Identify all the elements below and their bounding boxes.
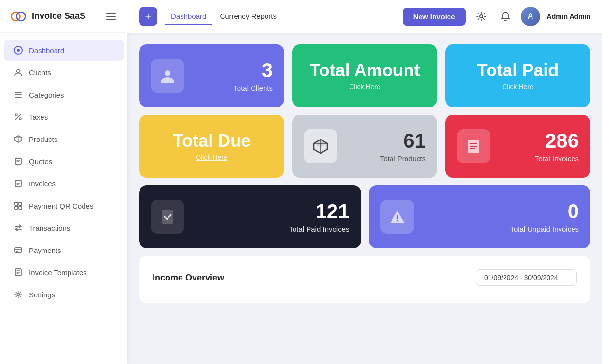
svg-rect-14 — [19, 202, 22, 205]
paid-invoices-number: 121 — [289, 200, 349, 223]
payments-icon — [14, 245, 23, 255]
card-products[interactable]: 61 Total Products — [292, 115, 437, 178]
svg-rect-24 — [162, 210, 173, 224]
total-amount-title: Total Amount — [304, 61, 426, 80]
topbar-nav: Dashboard Currency Reports — [165, 8, 282, 25]
svg-point-10 — [19, 118, 21, 120]
card-unpaid-invoices[interactable]: 0 Total Unpaid Invoices — [369, 185, 591, 248]
svg-rect-18 — [16, 251, 18, 252]
sidebar-item-taxes[interactable]: Taxes — [4, 106, 124, 127]
products-label: Total Products — [380, 154, 426, 163]
total-paid-title: Total Paid — [457, 61, 579, 80]
clients-card-icon — [151, 59, 184, 93]
svg-rect-16 — [19, 206, 22, 209]
topbar-right: New Invoice A Admin Admin — [403, 7, 590, 26]
svg-point-22 — [165, 70, 170, 76]
invoice-templates-icon — [14, 267, 23, 277]
paid-invoices-card-text: 121 Total Paid Invoices — [289, 200, 349, 233]
total-amount-text: Total Amount Click Here — [304, 61, 426, 91]
card-total-amount[interactable]: Total Amount Click Here — [292, 44, 437, 107]
sidebar-item-settings[interactable]: Settings — [4, 284, 124, 305]
topbar-nav-dashboard[interactable]: Dashboard — [165, 8, 212, 25]
transactions-icon — [14, 223, 23, 233]
income-overview-header: Income Overview — [153, 269, 577, 286]
svg-point-25 — [396, 220, 398, 222]
svg-point-20 — [17, 294, 20, 296]
sidebar-item-transactions[interactable]: Transactions — [4, 217, 124, 238]
sidebar-item-invoice-templates[interactable]: Invoice Templates — [4, 262, 124, 283]
logo-icon — [10, 8, 27, 25]
unpaid-invoices-card-icon — [380, 200, 414, 234]
clients-icon — [14, 68, 23, 77]
svg-rect-6 — [15, 94, 22, 95]
svg-rect-5 — [15, 92, 22, 93]
new-invoice-button[interactable]: New Invoice — [403, 8, 466, 26]
paid-invoices-card-icon — [151, 200, 184, 234]
taxes-icon — [14, 112, 23, 122]
total-invoices-label: Total Invoices — [535, 154, 579, 163]
sidebar-item-payment-qr[interactable]: Payment QR Codes — [4, 195, 124, 216]
avatar[interactable]: A — [521, 7, 540, 26]
main-area: + Dashboard Currency Reports New Invoice… — [127, 0, 602, 364]
unpaid-invoices-number: 0 — [510, 200, 579, 223]
cards-row-3: 121 Total Paid Invoices 0 Total Unpaid I… — [139, 185, 590, 248]
clients-label: Total Clients — [233, 84, 273, 92]
add-button[interactable]: + — [139, 7, 157, 26]
date-range-picker[interactable] — [476, 269, 577, 286]
dashboard-icon — [14, 45, 23, 55]
sidebar-item-dashboard[interactable]: Dashboard — [4, 40, 124, 61]
card-clients[interactable]: 3 Total Clients — [139, 44, 284, 107]
sidebar-item-products[interactable]: Products — [4, 128, 124, 150]
cards-row-2: Total Due Click Here 61 Total Products — [139, 115, 590, 178]
svg-rect-7 — [15, 97, 22, 98]
svg-rect-11 — [15, 158, 21, 164]
total-paid-text: Total Paid Click Here — [457, 61, 579, 91]
sidebar-item-categories[interactable]: Categories — [4, 84, 124, 105]
income-overview-title: Income Overview — [153, 273, 224, 283]
products-card-text: 61 Total Products — [380, 130, 426, 162]
svg-rect-13 — [15, 202, 18, 205]
payment-qr-icon — [14, 201, 23, 210]
topbar: + Dashboard Currency Reports New Invoice… — [127, 0, 602, 33]
income-overview-section: Income Overview — [139, 256, 590, 303]
svg-point-4 — [17, 70, 20, 73]
cards-row-1: 3 Total Clients Total Amount Click Here … — [139, 44, 590, 107]
total-due-link[interactable]: Click Here — [151, 154, 273, 161]
hamburger-button[interactable] — [104, 11, 118, 22]
card-paid-invoices[interactable]: 121 Total Paid Invoices — [139, 185, 361, 248]
app-title: Invoice SaaS — [32, 11, 85, 21]
total-due-text: Total Due Click Here — [151, 131, 273, 161]
products-icon — [14, 134, 23, 144]
quotes-icon — [14, 156, 23, 166]
unpaid-invoices-label: Total Unpaid Invoices — [510, 225, 579, 233]
card-total-paid[interactable]: Total Paid Click Here — [445, 44, 590, 107]
settings-icon — [14, 290, 23, 299]
sidebar-item-clients[interactable]: Clients — [4, 62, 124, 83]
sidebar-item-payments[interactable]: Payments — [4, 239, 124, 261]
svg-rect-15 — [15, 206, 18, 209]
svg-line-8 — [15, 114, 21, 120]
svg-point-9 — [15, 114, 17, 116]
topbar-nav-currency-reports[interactable]: Currency Reports — [214, 8, 282, 25]
notifications-button[interactable] — [497, 8, 514, 25]
categories-icon — [14, 90, 23, 99]
content-area: 3 Total Clients Total Amount Click Here … — [127, 33, 602, 364]
svg-point-21 — [480, 15, 483, 18]
sidebar-item-quotes[interactable]: Quotes — [4, 151, 124, 172]
sidebar: Invoice SaaS Dashboard Clients — [0, 0, 127, 364]
card-total-due[interactable]: Total Due Click Here — [139, 115, 284, 178]
total-due-title: Total Due — [151, 131, 273, 151]
svg-rect-17 — [15, 248, 22, 252]
total-invoices-number: 286 — [535, 130, 579, 152]
clients-number: 3 — [233, 59, 273, 82]
products-card-icon — [304, 129, 337, 163]
sidebar-item-invoices[interactable]: Invoices — [4, 173, 124, 194]
card-total-invoices[interactable]: 286 Total Invoices — [445, 115, 590, 178]
sidebar-nav: Dashboard Clients Categories — [0, 33, 127, 364]
total-paid-link[interactable]: Click Here — [457, 83, 579, 91]
settings-button[interactable] — [473, 8, 490, 25]
total-amount-link[interactable]: Click Here — [304, 83, 426, 91]
total-invoices-card-text: 286 Total Invoices — [535, 130, 579, 162]
svg-point-3 — [17, 49, 20, 52]
clients-card-text: 3 Total Clients — [233, 59, 273, 92]
